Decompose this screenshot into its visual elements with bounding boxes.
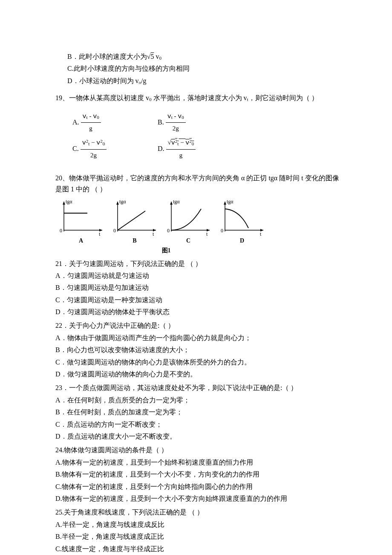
q22-option-c: C．做匀速圆周运动的物体的向心力是该物体所受的外力的合力。 — [55, 357, 345, 368]
q22-stem: 22．关于向心力产说法中正确的是:（ ） — [55, 320, 345, 331]
sqrt-symbol: √5 — [147, 53, 154, 60]
q24-option-b: B.物体有一定的初速度，且受到一个大小不变，方向变化的力的作用 — [55, 469, 345, 480]
q23-option-c: C．质点运动的方向一定不断改变； — [55, 419, 345, 430]
q19-option-b: B. vt - v0 2g — [158, 111, 243, 134]
q23-option-a: A．在任何时刻，质点所受的合力一定为零； — [55, 395, 345, 406]
q19-option-d: D. √v2t − v20 g — [158, 137, 243, 161]
q24-option-d: D.物体有一定的初速度，且受到一个大小不变方向始终跟速度垂直的力的作用 — [55, 493, 345, 504]
svg-text:0: 0 — [113, 228, 116, 234]
q19-stem: 19、一物体从某高度以初速度 v0 水平抛出，落地时速度大小为 vt，则它运动时… — [55, 92, 345, 104]
q18-option-d: D．小球运动的时间为 vo/g — [55, 75, 345, 87]
q24-option-c: C.物体有一定的初速度，且受到一个方向始终指向圆心的力的作用 — [55, 481, 345, 492]
q18-b-text: B．此时小球的速度大小为 — [67, 53, 147, 60]
q20-caption: 图1 — [81, 246, 251, 255]
q23-option-d: D．质点运动的速度大小一定不断改变。 — [55, 431, 345, 442]
svg-text:0: 0 — [60, 228, 62, 234]
svg-text:tgα: tgα — [227, 199, 233, 205]
q21-option-c: C．匀速圆周运动是一种变加速运动 — [55, 295, 345, 306]
q21-option-a: A．匀速圆周运动就是匀速运动 — [55, 270, 345, 281]
svg-text:tgα: tgα — [173, 199, 180, 205]
svg-text:0: 0 — [167, 228, 170, 234]
q25-option-c: C.线速度一定，角速度与半径成正比 — [55, 543, 345, 555]
svg-line-12 — [118, 211, 145, 230]
q18-option-c: C.此时小球速度的方向与位移的方向相同 — [55, 63, 345, 74]
q24-option-a: A.物体有一定的初速度，且受到一个始终和初速度垂直的恒力作用 — [55, 457, 345, 468]
q24-stem: 24.物体做匀速圆周运动的条件是（ ） — [55, 445, 345, 456]
q18-d-tail: /g — [141, 77, 146, 84]
q20-graph-d: tgα t 0 D — [216, 198, 268, 246]
q21-option-b: B．匀速圆周运动是匀加速运动 — [55, 282, 345, 293]
q25-option-b: B.半径一定，角速度与线速度成正比 — [55, 531, 345, 542]
svg-marker-11 — [116, 202, 119, 205]
q23-stem: 23．一个质点做圆周运动，其运动速度处处不为零，则以下说法中正确的是:（ ） — [55, 382, 345, 393]
q20-stem: 20、物体做平抛运动时，它的速度的方向和水平方向间的夹角 α 的正切 tgα 随… — [55, 173, 345, 195]
q18-b-sub: 0 — [159, 55, 161, 61]
q20-graphs: tgα t 0 A tgα t 0 B — [55, 198, 345, 246]
q25-stem: 25.关于角速度和线速度，下列说法正确的是 （ ） — [55, 507, 345, 518]
q23-option-b: B．在任何时刻，质点的加速度一定为零； — [55, 407, 345, 418]
svg-marker-3 — [63, 202, 65, 205]
q25-option-a: A.半径一定，角速度与线速度成反比 — [55, 519, 345, 530]
svg-text:tgα: tgα — [66, 199, 72, 205]
svg-text:0: 0 — [221, 228, 223, 234]
q22-option-a: A．物体由于做圆周运动而产生的一个指向圆心的力就是向心力； — [55, 332, 345, 344]
q20-graph-c: tgα t 0 C — [163, 198, 214, 246]
q20-graph-b: tgα t 0 B — [109, 198, 160, 246]
svg-text:tgα: tgα — [119, 199, 126, 205]
q19-option-a: A. vt - v0 g — [72, 111, 158, 134]
q19-options: A. vt - v0 g B. vt - v0 2g C. v2t − v20 … — [72, 111, 260, 164]
q22-option-d: D．做匀速圆周运动的物体的向心力是不变的。 — [55, 369, 345, 380]
q19-option-c: C. v2t − v20 2g — [72, 137, 158, 161]
svg-marker-26 — [224, 202, 226, 205]
q18-d-text: D．小球运动的时间为 v — [67, 77, 139, 84]
q21-stem: 21．关于匀速圆周运动，下列说法正确的是 （ ） — [55, 258, 345, 269]
q18-b-tail: v — [154, 53, 159, 60]
q21-option-d: D．匀速圆周运动的物体处于平衡状态 — [55, 306, 345, 318]
svg-marker-19 — [170, 202, 173, 205]
q18-option-b: B．此时小球的速度大小为√5 v0 — [55, 51, 345, 62]
exam-page: B．此时小球的速度大小为√5 v0 C.此时小球速度的方向与位移的方向相同 D．… — [0, 0, 392, 555]
q20-graph-a: tgα t 0 A — [55, 198, 107, 246]
q22-option-b: B．向心力也可以改变物体运动速度的大小； — [55, 344, 345, 356]
